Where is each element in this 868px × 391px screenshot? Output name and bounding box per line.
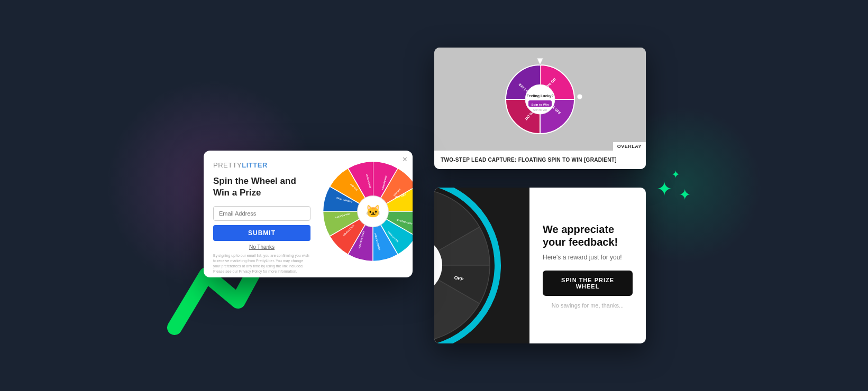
svg-text:🐱: 🐱	[366, 204, 381, 219]
no-thanks-link[interactable]: No Thanks	[213, 244, 310, 250]
star-icon-small-top: ✦	[671, 169, 680, 180]
feedback-wheel-section: FREE SHIP OFF 10%	[434, 188, 529, 343]
prettylitter-card: × PRETTYLITTER Spin the Wheel and Win a …	[204, 151, 413, 277]
star-icon-large: ✦	[656, 180, 672, 199]
feedback-title: We appreciate your feedback!	[543, 223, 633, 248]
feedback-no-thanks[interactable]: No savings for me, thanks...	[543, 302, 633, 309]
star-icon-small-right: ✦	[679, 188, 691, 202]
feedback-wheel: FREE SHIP OFF 10%	[434, 188, 529, 343]
prettylitter-title: Spin the Wheel and Win a Prize	[213, 175, 310, 199]
prettylitter-left-panel: PRETTYLITTER Spin the Wheel and Win a Pr…	[204, 151, 320, 277]
spin-prize-wheel-button[interactable]: SPIN THE PRIZE WHEEL	[543, 271, 633, 296]
floating-title-bar: TWO-STEP LEAD CAPTURE: FLOATING SPIN TO …	[434, 151, 646, 169]
feedback-right-panel: We appreciate your feedback! Here's a re…	[529, 188, 646, 343]
star-decorations: ✦ ✦ ✦	[656, 180, 672, 199]
submit-button[interactable]: SUBMIT	[213, 225, 310, 241]
gradient-wheel: $1 OFF 5% Off No Luck 10% Off Feeling Lu…	[498, 57, 582, 142]
feedback-card: FREE SHIP OFF 10% We appreciate your fee…	[434, 188, 646, 343]
logo-pretty: PRETTY	[213, 161, 242, 169]
floating-title: TWO-STEP LEAD CAPTURE: FLOATING SPIN TO …	[441, 157, 617, 163]
close-button[interactable]: ×	[403, 155, 407, 164]
svg-text:Spin for win: Spin for win	[533, 108, 547, 111]
logo-litter: LITTER	[242, 161, 268, 169]
floating-inner: $1 OFF 5% Off No Luck 10% Off Feeling Lu…	[434, 48, 646, 151]
fine-print: By signing up to our email list, you are…	[213, 253, 310, 274]
prettylitter-wheel: 10% OFF MYSTERY GIFT FREE LITTER FREE SC…	[317, 156, 413, 267]
svg-text:Feeling Lucky?: Feeling Lucky?	[527, 94, 554, 98]
svg-point-26	[577, 94, 582, 99]
overlay-label: OVERLAY	[613, 142, 646, 151]
floating-card: $1 OFF 5% Off No Luck 10% Off Feeling Lu…	[434, 48, 646, 169]
feedback-subtitle: Here's a reward just for you!	[543, 254, 633, 261]
email-input[interactable]	[213, 206, 310, 221]
svg-marker-25	[537, 58, 543, 65]
prettylitter-logo: PRETTYLITTER	[213, 161, 310, 169]
svg-text:Spin to Win: Spin to Win	[532, 103, 549, 106]
